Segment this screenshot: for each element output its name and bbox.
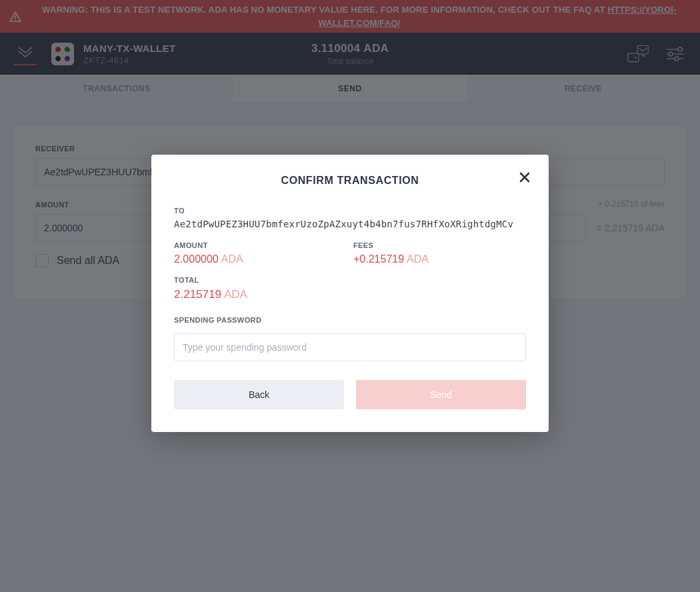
modal-amount-label: AMOUNT <box>174 241 347 249</box>
modal-overlay[interactable]: CONFIRM TRANSACTION TO Ae2tdPwUPEZ3HUU7b… <box>0 0 700 592</box>
modal-fees-value: +0.215719ADA <box>353 253 526 265</box>
confirm-transaction-modal: CONFIRM TRANSACTION TO Ae2tdPwUPEZ3HUU7b… <box>151 155 549 432</box>
spending-password-label: SPENDING PASSWORD <box>174 316 526 324</box>
modal-total-value: 2.215719ADA <box>174 288 526 301</box>
back-button[interactable]: Back <box>174 380 344 409</box>
spending-password-input[interactable] <box>174 333 526 361</box>
modal-title: CONFIRM TRANSACTION <box>174 175 526 187</box>
send-button[interactable]: Send <box>356 380 526 409</box>
modal-fees-label: FEES <box>353 241 526 249</box>
close-icon[interactable] <box>515 168 534 187</box>
modal-to-label: TO <box>174 207 526 215</box>
modal-amount-value: 2.000000ADA <box>174 253 347 265</box>
modal-total-label: TOTAL <box>174 276 526 284</box>
modal-to-address: Ae2tdPwUPEZ3HUU7bmfexrUzoZpAZxuyt4b4bn7f… <box>174 219 526 229</box>
